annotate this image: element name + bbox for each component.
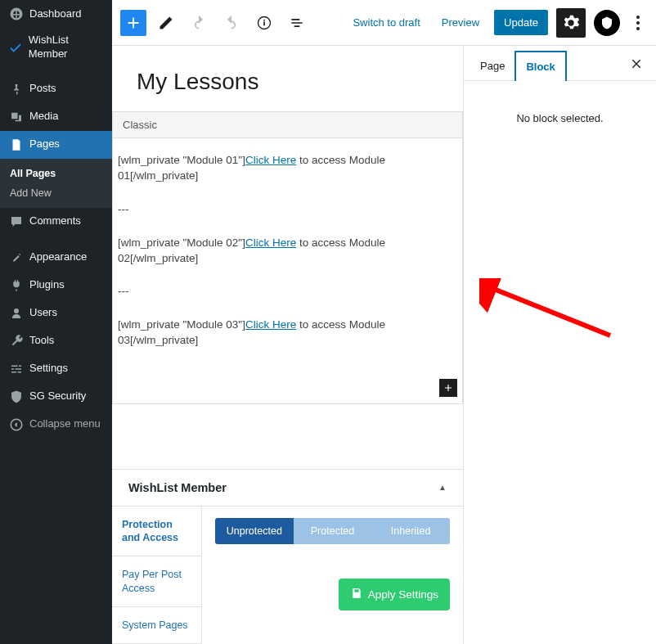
click-here-link-3[interactable]: Click Here [245,318,296,331]
preview-button[interactable]: Preview [435,11,486,34]
tab-block[interactable]: Block [514,51,566,81]
sidebar-item-label: Settings [29,362,68,376]
svg-point-4 [636,16,640,19]
update-button[interactable]: Update [494,10,548,35]
wishlist-content: Unprotected Protected Inherited Apply Se… [202,507,463,644]
inline-add-block-button[interactable] [439,379,457,397]
content-line-2: [wlm_private "Module 02"]Click Here to a… [118,236,457,267]
click-here-link-1[interactable]: Click Here [245,154,296,166]
editor-topbar: Switch to draft Preview Update [112,0,656,46]
dashboard-icon [8,6,25,22]
sidebar-item-settings[interactable]: Settings [0,355,112,383]
inspector-empty-message: No block selected. [464,81,656,155]
classic-block-body[interactable]: [wlm_private "Module 01"]Click Here to a… [113,138,462,403]
check-icon [8,39,24,56]
plug-icon [8,277,25,294]
classic-block[interactable]: Classic [wlm_private "Module 01"]Click H… [112,111,463,404]
wishlist-side-tabs: Protection and Access Pay Per Post Acces… [112,507,202,644]
separator: --- [118,284,457,299]
collapse-icon [8,417,25,433]
wrench-icon [8,333,25,349]
sidebar-item-comments[interactable]: Comments [0,208,112,236]
sidebar-item-label: Posts [29,82,56,96]
switch-to-draft-button[interactable]: Switch to draft [346,11,426,34]
seg-inherited[interactable]: Inherited [371,518,450,544]
sidebar-item-label: Plugins [29,278,65,292]
sidebar-item-label: WishList Member [29,34,106,61]
tab-system-pages[interactable]: System Pages [112,607,201,644]
tab-page[interactable]: Page [470,52,514,80]
sidebar-item-media[interactable]: Media [0,103,112,131]
shield-icon [8,389,25,405]
outline-button[interactable] [284,10,310,36]
sidebar-item-users[interactable]: Users [0,299,112,327]
sidebar-item-label: Media [29,110,58,124]
sidebar-item-label: Comments [29,214,81,228]
sidebar-item-sgsecurity[interactable]: SG Security [0,383,112,411]
seg-protected[interactable]: Protected [294,518,372,544]
sliders-icon [8,361,25,377]
sidebar-item-wishlist[interactable]: WishList Member [0,28,112,67]
svg-point-5 [636,21,640,25]
add-block-button[interactable] [120,10,146,36]
tab-protection-access[interactable]: Protection and Access [112,507,201,557]
sidebar-submenu-pages: All Pages Add New [0,159,112,208]
sidebar-item-label: Pages [29,137,60,151]
sidebar-item-pages[interactable]: Pages [0,131,112,159]
caret-up-icon: ▲ [438,483,447,492]
sidebar-item-label: SG Security [29,390,86,403]
sidebar-sub-all-pages[interactable]: All Pages [0,164,112,183]
more-options-button[interactable] [628,8,648,38]
edit-mode-button[interactable] [153,10,179,36]
undo-button[interactable] [186,10,212,36]
sidebar-item-plugins[interactable]: Plugins [0,272,112,299]
redo-button[interactable] [218,10,245,36]
sidebar-collapse[interactable]: Collapse menu [0,411,112,439]
classic-block-header: Classic [113,112,462,138]
sidebar-item-dashboard[interactable]: Dashboard [0,0,112,28]
pin-icon [8,81,25,97]
protection-segmented: Unprotected Protected Inherited [215,518,450,544]
media-icon [8,109,25,125]
sidebar-item-label: Tools [29,334,54,348]
content-line-3: [wlm_private "Module 03"]Click Here to a… [118,317,457,349]
sidebar-item-label: Appearance [29,250,87,264]
pages-icon [8,137,25,153]
plugin-logo-button[interactable] [594,10,620,36]
svg-rect-2 [263,21,265,25]
content-line-1: [wlm_private "Module 01"]Click Here to a… [118,153,457,184]
wishlist-panel: WishList Member ▲ Protection and Access … [112,469,463,644]
sidebar-item-label: Collapse menu [29,417,101,431]
save-icon [350,587,363,602]
brush-icon [8,250,25,266]
user-icon [8,305,25,322]
svg-rect-3 [263,19,265,20]
apply-label: Apply Settings [368,588,438,601]
seg-unprotected[interactable]: Unprotected [215,518,294,544]
inspector-tabs: Page Block [464,46,656,81]
tab-pay-per-post[interactable]: Pay Per Post Access [112,556,201,607]
sidebar-item-label: Dashboard [29,7,82,21]
wishlist-panel-header[interactable]: WishList Member ▲ [112,470,463,507]
sidebar-item-tools[interactable]: Tools [0,327,112,355]
page-title[interactable]: My Lessons [112,46,463,111]
sidebar-item-label: Users [29,306,57,320]
apply-settings-button[interactable]: Apply Settings [339,579,450,610]
separator: --- [118,202,457,218]
comment-icon [8,214,25,230]
sidebar-item-posts[interactable]: Posts [0,75,112,103]
settings-button[interactable] [556,8,586,38]
close-inspector-button[interactable] [623,51,649,80]
wishlist-panel-title: WishList Member [128,481,227,494]
info-button[interactable] [251,10,277,36]
sidebar-item-appearance[interactable]: Appearance [0,244,112,272]
click-here-link-2[interactable]: Click Here [245,236,296,249]
admin-sidebar: Dashboard WishList Member Posts Media Pa… [0,0,112,644]
inspector-panel: Page Block No block selected. [463,46,656,644]
sidebar-sub-add-new[interactable]: Add New [0,183,112,203]
svg-point-6 [636,27,640,30]
